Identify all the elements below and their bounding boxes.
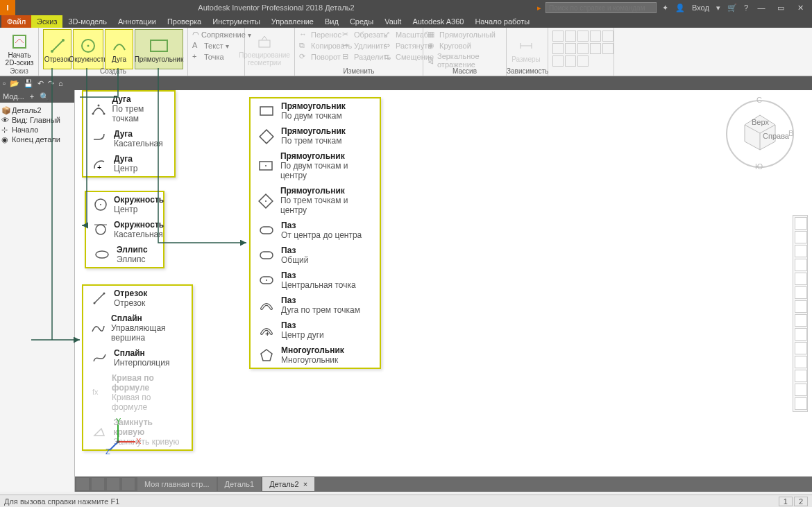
circle-tangent-item[interactable]: ОкружностьКасательная <box>86 217 163 242</box>
circle-center-item[interactable]: ОкружностьЦентр <box>86 192 163 217</box>
nav-btn[interactable] <box>795 328 807 341</box>
project-geometry-button[interactable]: Проецирование геометрии <box>249 29 280 69</box>
constraint-button[interactable] <box>552 31 564 42</box>
fillet-button[interactable]: ◠Сопряжение ▾ <box>192 29 240 40</box>
constraint-button[interactable] <box>565 55 576 67</box>
arc-button[interactable]: Дуга <box>105 29 133 69</box>
slot-center-item[interactable]: ПазОт центра до центра <box>251 218 380 243</box>
bottom-icon[interactable] <box>122 478 135 490</box>
rect-3pt-item[interactable]: ПрямоугольникПо трем точкам <box>251 123 380 148</box>
menu-file[interactable]: Файл <box>1 15 31 28</box>
constraint-button[interactable] <box>602 43 614 54</box>
dropdown-icon[interactable]: ▾ <box>716 3 720 12</box>
tree-node[interactable]: 👁Вид: Главный <box>1 115 73 125</box>
nav-wheel-icon[interactable] <box>795 217 807 230</box>
constraint-button[interactable] <box>577 55 589 67</box>
menu-a360[interactable]: Autodesk A360 <box>407 15 469 28</box>
menu-vault[interactable]: Vault <box>379 15 407 28</box>
close-button[interactable]: ✕ <box>794 3 806 12</box>
slot-overall-item[interactable]: ПазОбщий <box>251 243 380 268</box>
circle-button[interactable]: Окружность <box>73 29 103 69</box>
menu-sketch[interactable]: Эскиз <box>31 15 62 28</box>
undo-icon[interactable]: ↶ <box>37 79 44 88</box>
nav-pan-icon[interactable] <box>795 231 807 243</box>
text-button[interactable]: AТекст ▾ <box>192 40 240 51</box>
slot-centerpt-item[interactable]: ПазЦентральная точка <box>251 268 380 293</box>
circ-pattern-button[interactable]: ◉Круговой <box>428 40 502 51</box>
rect-2pt-item[interactable]: ПрямоугольникПо двум точкам <box>251 98 380 123</box>
constraint-button[interactable] <box>565 31 576 42</box>
slot-arc3pt-item[interactable]: ПазДуга по трем точкам <box>251 293 380 318</box>
menu-getstarted[interactable]: Начало работы <box>469 15 535 28</box>
bottom-icon[interactable] <box>107 478 119 490</box>
menu-annotate[interactable]: Аннотации <box>112 15 162 28</box>
tree-node[interactable]: 📦Деталь2 <box>1 105 73 115</box>
slot-arccenter-item[interactable]: +ПазЦентр дуги <box>251 318 380 343</box>
tree-node[interactable]: ◉Конец детали <box>1 135 73 144</box>
status-num[interactable]: 1 <box>779 497 793 506</box>
menu-view[interactable]: Вид <box>319 15 344 28</box>
bottom-icon[interactable] <box>92 478 104 490</box>
rect-pattern-button[interactable]: ▦Прямоугольный <box>428 29 502 40</box>
nav-btn[interactable] <box>795 397 807 410</box>
search-icon[interactable]: 🔍 <box>40 92 49 101</box>
rect-2pt-center-item[interactable]: ПрямоугольникПо двум точкам и центру <box>251 148 380 183</box>
cart-icon[interactable]: 🛒 <box>727 3 737 12</box>
bottom-icon[interactable] <box>76 478 89 490</box>
constraint-button[interactable] <box>565 43 576 54</box>
arc-3point-item[interactable]: ДугаПо трем точкам <box>83 92 174 126</box>
arc-tangent-item[interactable]: ДугаКасательная <box>83 126 174 151</box>
nav-btn[interactable] <box>795 384 807 396</box>
tab-home[interactable]: Моя главная стр... <box>137 477 217 491</box>
arc-center-item[interactable]: +ДугаЦентр <box>83 151 174 176</box>
status-num[interactable]: 2 <box>794 497 808 506</box>
menu-environ[interactable]: Среды <box>344 15 379 28</box>
login-link[interactable]: Вход <box>692 3 709 12</box>
home-icon[interactable]: ⌂ <box>58 79 63 87</box>
constraint-button[interactable] <box>590 43 601 54</box>
redo-icon[interactable]: ↷ <box>48 79 54 88</box>
ellipse-item[interactable]: ЭллипсЭллипс <box>86 242 163 267</box>
constraint-button[interactable] <box>577 31 589 42</box>
polygon-item[interactable]: МногоугольникМногоугольник <box>251 343 380 368</box>
tab-detail1[interactable]: Деталь1 <box>218 477 262 491</box>
nav-btn[interactable] <box>795 342 807 354</box>
open-icon[interactable]: 📂 <box>10 79 19 88</box>
rectangle-button[interactable]: Прямоугольник <box>135 29 183 69</box>
user-icon[interactable]: 👤 <box>675 3 685 12</box>
maximize-button[interactable]: ▭ <box>775 3 787 12</box>
dimension-button[interactable]: Размеры <box>511 29 541 69</box>
nav-zoom-icon[interactable] <box>795 245 807 257</box>
constraint-button[interactable] <box>552 55 564 67</box>
tab-detail2[interactable]: Деталь2× <box>262 477 314 491</box>
close-tab-icon[interactable]: × <box>303 480 307 488</box>
menu-inspect[interactable]: Проверка <box>162 15 207 28</box>
minimize-button[interactable]: — <box>755 3 768 12</box>
menu-3dmodel[interactable]: 3D-модель <box>62 15 112 28</box>
constraint-button[interactable] <box>577 43 589 54</box>
start-2d-sketch-button[interactable]: Начать 2D-эскиз <box>4 29 35 69</box>
help-search-input[interactable] <box>545 2 657 13</box>
line-item[interactable]: ОтрезокОтрезок <box>83 286 192 311</box>
point-button[interactable]: +Точка <box>192 51 240 62</box>
constraint-button[interactable] <box>602 31 614 42</box>
nav-lookat-icon[interactable] <box>795 273 807 285</box>
nav-home-icon[interactable] <box>795 286 807 299</box>
menu-manage[interactable]: Управление <box>266 15 319 28</box>
star-icon[interactable]: ✦ <box>662 3 668 12</box>
nav-orbit-icon[interactable] <box>795 259 807 271</box>
tree-node[interactable]: ⊹Начало <box>1 125 73 135</box>
menu-tools[interactable]: Инструменты <box>207 15 266 28</box>
nav-btn[interactable] <box>795 314 807 327</box>
help-icon[interactable]: ? <box>744 3 748 12</box>
constraint-button[interactable] <box>552 43 564 54</box>
rect-3pt-center-item[interactable]: ПрямоугольникПо трем точкам и центру <box>251 183 380 218</box>
line-button[interactable]: Отрезок <box>43 29 71 69</box>
constraint-button[interactable] <box>590 31 601 42</box>
spline-cv-item[interactable]: СплайнУправляющая вершина <box>83 311 192 345</box>
add-icon[interactable]: + <box>30 92 34 101</box>
nav-btn[interactable] <box>795 370 807 382</box>
new-icon[interactable]: ▫ <box>3 79 6 87</box>
nav-btn[interactable] <box>795 356 807 368</box>
nav-btn[interactable] <box>795 300 807 313</box>
